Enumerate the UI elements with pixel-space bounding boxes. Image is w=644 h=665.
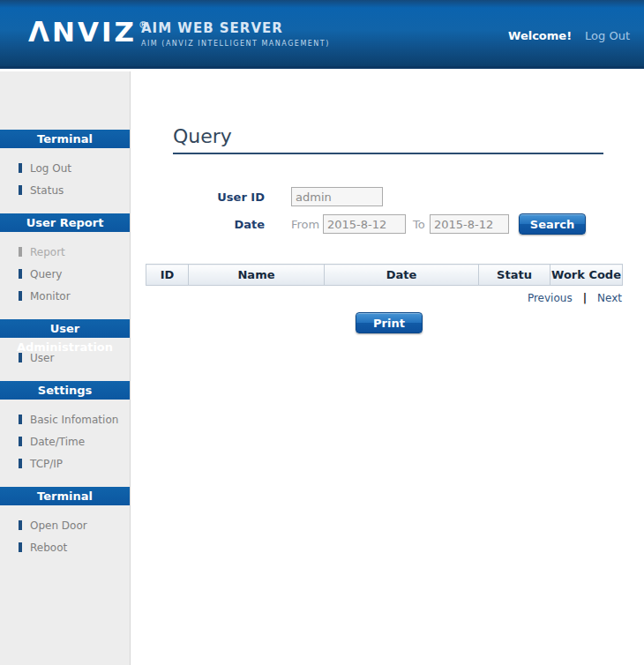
sidebar-section-title-terminal: Terminal: [0, 487, 130, 505]
date-from-label: From: [291, 218, 319, 231]
anviz-logo: ΛNVIZ®: [28, 16, 146, 48]
pagination-separator: |: [583, 292, 587, 304]
next-link[interactable]: Next: [597, 292, 622, 304]
sidebar-item-label: Status: [30, 184, 64, 197]
header-right: Welcome! Log Out: [508, 29, 630, 42]
sidebar-section-title-settings: Settings: [0, 381, 130, 400]
column-header-date: Date: [325, 265, 479, 286]
page-title: Query: [173, 125, 232, 147]
date-to-label: To: [413, 218, 425, 231]
sidebar-section-items: ReportQueryMonitor: [0, 232, 130, 319]
bullet-icon: [19, 520, 22, 530]
sidebar-item-log-out[interactable]: Log Out: [0, 157, 130, 179]
column-header-statu: Statu: [479, 265, 550, 286]
header: ΛNVIZ® AIM WEB SERVER AIM (ANVIZ INTELLI…: [0, 0, 644, 69]
sidebar-item-date-time[interactable]: Date/Time: [0, 430, 130, 452]
column-header-work-code: Work Code: [550, 265, 623, 286]
bullet-icon: [19, 247, 22, 257]
title-underline: [173, 153, 603, 154]
bullet-icon: [19, 185, 22, 195]
print-button[interactable]: Print: [356, 312, 423, 333]
sidebar-item-basic-infomation[interactable]: Basic Infomation: [0, 408, 130, 430]
bullet-icon: [19, 415, 22, 424]
bullet-icon: [19, 542, 22, 552]
sidebar-item-label: Date/Time: [30, 436, 85, 448]
sidebar-sections: TerminalLog OutStatusUser ReportReportQu…: [0, 130, 130, 571]
sidebar-item-open-door[interactable]: Open Door: [0, 514, 130, 536]
results-header-row: IDNameDateStatuWork Code: [146, 265, 623, 286]
date-label: Date: [159, 218, 265, 231]
sidebar-item-tcp-ip[interactable]: TCP/IP: [0, 452, 130, 474]
user-id-label: User ID: [159, 191, 265, 204]
results-table: IDNameDateStatuWork Code: [146, 264, 623, 286]
sidebar-section-title-user-report: User Report: [0, 213, 130, 232]
sidebar-item-status[interactable]: Status: [0, 179, 130, 201]
previous-link[interactable]: Previous: [528, 292, 573, 304]
app-subtitle: AIM (ANVIZ INTELLIGENT MANAGEMENT): [141, 40, 330, 48]
bullet-icon: [19, 163, 22, 173]
search-button[interactable]: Search: [519, 213, 586, 235]
sidebar-item-label: Open Door: [30, 519, 87, 532]
sidebar-item-label: TCP/IP: [30, 458, 63, 470]
sidebar-section-title-user-administration: User Administration: [0, 319, 130, 338]
sidebar-section-items: Log OutStatus: [0, 148, 130, 213]
date-from-input[interactable]: [323, 214, 406, 234]
sidebar-section-items: Basic InfomationDate/TimeTCP/IP: [0, 400, 130, 487]
sidebar-item-reboot[interactable]: Reboot: [0, 536, 130, 558]
pagination: Previous|Next: [146, 292, 622, 304]
sidebar-section-items: Open DoorReboot: [0, 505, 130, 571]
user-id-input[interactable]: [291, 187, 383, 206]
brand-block: AIM WEB SERVER AIM (ANVIZ INTELLIGENT MA…: [141, 20, 330, 48]
sidebar-item-query[interactable]: Query: [0, 263, 130, 285]
sidebar-item-report: Report: [0, 241, 130, 263]
app-title: AIM WEB SERVER: [141, 20, 330, 36]
sidebar-item-label: User: [30, 352, 54, 364]
date-to-input[interactable]: [430, 214, 509, 234]
anviz-logo-text: ΛNVIZ: [28, 16, 137, 48]
sidebar-item-label: Report: [30, 246, 65, 258]
sidebar-item-label: Log Out: [30, 162, 71, 175]
column-header-name: Name: [189, 265, 325, 286]
welcome-text: Welcome!: [508, 29, 572, 42]
column-header-id: ID: [146, 265, 189, 286]
sidebar-item-monitor[interactable]: Monitor: [0, 285, 130, 307]
sidebar-item-label: Reboot: [30, 542, 67, 554]
sidebar-item-label: Monitor: [30, 290, 71, 303]
bullet-icon: [19, 459, 22, 468]
sidebar-item-label: Query: [30, 268, 62, 280]
sidebar-item-label: Basic Infomation: [30, 414, 118, 426]
sidebar: TerminalLog OutStatusUser ReportReportQu…: [0, 71, 131, 665]
bullet-icon: [19, 437, 22, 446]
logout-link[interactable]: Log Out: [585, 29, 630, 42]
bullet-icon: [19, 353, 22, 362]
bullet-icon: [19, 291, 22, 301]
sidebar-section-title-terminal: Terminal: [0, 130, 130, 148]
bullet-icon: [19, 269, 22, 279]
